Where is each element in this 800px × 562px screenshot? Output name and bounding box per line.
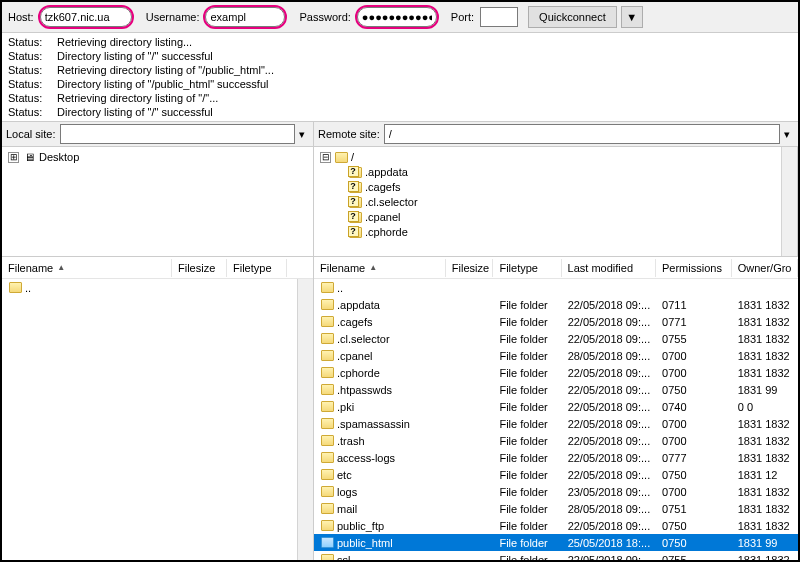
folder-icon — [320, 502, 334, 516]
column-headers[interactable]: Filename▲FilesizeFiletype — [2, 257, 313, 279]
folder-unknown-icon — [348, 196, 362, 210]
list-item[interactable]: .. — [314, 279, 798, 296]
status-text: Directory listing of "/public_html" succ… — [57, 78, 268, 90]
status-text: Directory listing of "/" successful — [57, 106, 213, 118]
status-label: Status: — [8, 105, 54, 119]
column-header[interactable]: Filename▲ — [2, 259, 172, 277]
tree-item-label[interactable]: .cl.selector — [365, 195, 418, 210]
column-header[interactable]: Filesize — [172, 259, 227, 277]
column-headers[interactable]: Filename▲FilesizeFiletypeLast modifiedPe… — [314, 257, 798, 279]
expand-icon[interactable]: ⊞ — [8, 152, 19, 163]
column-header[interactable]: Filename▲ — [314, 259, 446, 277]
username-label: Username: — [146, 11, 200, 23]
folder-icon — [320, 400, 334, 414]
folder-unknown-icon — [348, 166, 362, 180]
file-rows[interactable]: .. — [2, 279, 313, 562]
status-log: Status: Retrieving directory listing...S… — [2, 33, 798, 122]
list-item[interactable]: .htpasswdsFile folder22/05/2018 09:...07… — [314, 381, 798, 398]
list-item[interactable]: logsFile folder23/05/2018 09:...07001831… — [314, 483, 798, 500]
password-label: Password: — [299, 11, 350, 23]
folder-icon — [320, 417, 334, 431]
folder-unknown-icon — [348, 226, 362, 240]
remote-site-label: Remote site: — [318, 128, 380, 140]
list-item[interactable]: .spamassassinFile folder22/05/2018 09:..… — [314, 415, 798, 432]
scrollbar[interactable] — [781, 147, 797, 256]
collapse-icon[interactable]: ⊟ — [320, 152, 331, 163]
tree-row: ⊞ 🖥 Desktop ⊟/.appdata.cagefs.cl.selecto… — [2, 147, 798, 257]
folder-icon — [320, 298, 334, 312]
tree-item-label[interactable]: / — [351, 150, 354, 165]
column-header[interactable]: Last modified — [562, 259, 656, 277]
username-input[interactable] — [205, 7, 285, 27]
list-item[interactable]: .cagefsFile folder22/05/2018 09:...07711… — [314, 313, 798, 330]
column-header[interactable]: Filesize — [446, 259, 494, 277]
scrollbar[interactable] — [297, 279, 313, 562]
host-input[interactable] — [40, 7, 132, 27]
list-item[interactable]: access-logsFile folder22/05/2018 09:...0… — [314, 449, 798, 466]
tree-item-label[interactable]: Desktop — [39, 150, 79, 165]
quickconnect-dropdown[interactable]: ▼ — [621, 6, 643, 28]
folder-icon — [320, 383, 334, 397]
local-site-input[interactable] — [60, 124, 295, 144]
file-lists-row: Filename▲FilesizeFiletype .. Filename▲Fi… — [2, 257, 798, 562]
status-text: Retrieving directory listing of "/"... — [57, 92, 218, 104]
folder-icon — [320, 536, 334, 550]
folder-icon — [320, 468, 334, 482]
folder-icon — [320, 451, 334, 465]
status-text: Retrieving directory listing of "/public… — [57, 64, 274, 76]
folder-icon — [320, 434, 334, 448]
tree-item-label[interactable]: .appdata — [365, 165, 408, 180]
status-label: Status: — [8, 63, 54, 77]
column-header[interactable]: Owner/Gro — [732, 259, 798, 277]
folder-icon — [8, 281, 22, 295]
local-file-list: Filename▲FilesizeFiletype .. — [2, 257, 314, 562]
status-label: Status: — [8, 91, 54, 105]
folder-icon — [320, 349, 334, 363]
port-label: Port: — [451, 11, 474, 23]
list-item[interactable]: .cl.selectorFile folder22/05/2018 09:...… — [314, 330, 798, 347]
folder-icon — [320, 366, 334, 380]
tree-item-label[interactable]: .cphorde — [365, 225, 408, 240]
sort-asc-icon: ▲ — [369, 263, 377, 272]
list-item[interactable]: sslFile folder22/05/2018 09:...07551831 … — [314, 551, 798, 562]
column-header[interactable]: Filetype — [493, 259, 561, 277]
list-item[interactable]: .cphordeFile folder22/05/2018 09:...0700… — [314, 364, 798, 381]
chevron-down-icon[interactable]: ▾ — [780, 127, 794, 141]
desktop-icon: 🖥 — [22, 151, 36, 165]
list-item[interactable]: .. — [2, 279, 313, 296]
list-item[interactable]: public_ftpFile folder22/05/2018 09:...07… — [314, 517, 798, 534]
list-item[interactable]: etcFile folder22/05/2018 09:...07501831 … — [314, 466, 798, 483]
tree-item-label[interactable]: .cpanel — [365, 210, 400, 225]
local-tree[interactable]: ⊞ 🖥 Desktop — [2, 147, 313, 256]
quickconnect-button[interactable]: Quickconnect — [528, 6, 617, 28]
column-header[interactable]: Permissions — [656, 259, 732, 277]
file-rows[interactable]: ...appdataFile folder22/05/2018 09:...07… — [314, 279, 798, 562]
folder-icon — [320, 485, 334, 499]
folder-unknown-icon — [348, 181, 362, 195]
column-header[interactable]: Filetype — [227, 259, 287, 277]
remote-tree[interactable]: ⊟/.appdata.cagefs.cl.selector.cpanel.cph… — [314, 147, 781, 256]
list-item[interactable]: .cpanelFile folder28/05/2018 09:...07001… — [314, 347, 798, 364]
local-site-label: Local site: — [6, 128, 56, 140]
list-item[interactable]: public_htmlFile folder25/05/2018 18:...0… — [314, 534, 798, 551]
status-text: Retrieving directory listing... — [57, 36, 192, 48]
status-label: Status: — [8, 35, 54, 49]
sort-asc-icon: ▲ — [57, 263, 65, 272]
folder-icon — [320, 519, 334, 533]
list-item[interactable]: .trashFile folder22/05/2018 09:...070018… — [314, 432, 798, 449]
chevron-down-icon[interactable]: ▾ — [295, 127, 309, 141]
folder-icon — [320, 332, 334, 346]
list-item[interactable]: mailFile folder28/05/2018 09:...07511831… — [314, 500, 798, 517]
list-item[interactable]: .appdataFile folder22/05/2018 09:...0711… — [314, 296, 798, 313]
connection-toolbar: Host: Username: Password: Port: Quickcon… — [2, 2, 798, 33]
folder-icon — [334, 151, 348, 165]
tree-item-label[interactable]: .cagefs — [365, 180, 400, 195]
remote-site-input[interactable] — [384, 124, 780, 144]
list-item[interactable]: .pkiFile folder22/05/2018 09:...07400 0 — [314, 398, 798, 415]
folder-unknown-icon — [348, 211, 362, 225]
folder-icon — [320, 315, 334, 329]
site-path-bar: Local site: ▾ Remote site: ▾ — [2, 122, 798, 147]
port-input[interactable] — [480, 7, 518, 27]
status-label: Status: — [8, 77, 54, 91]
password-input[interactable] — [357, 7, 437, 27]
